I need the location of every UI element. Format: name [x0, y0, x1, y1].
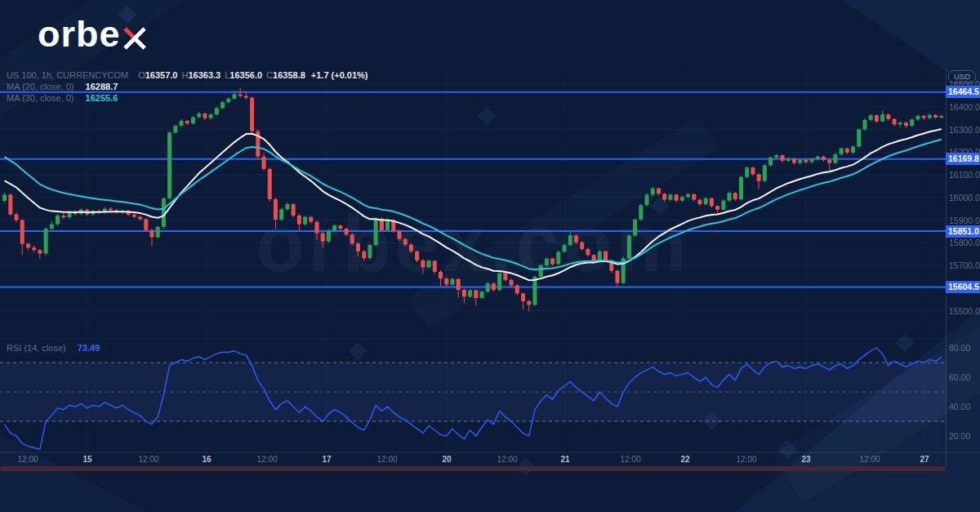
time-tick: 12:00 — [10, 455, 46, 464]
time-tick: 12:00 — [131, 455, 167, 464]
ma30-legend[interactable]: MA (30, close, 0)16255.6 — [7, 93, 118, 103]
time-tick: 17 — [309, 455, 345, 464]
price-tick: 16100.0 — [949, 170, 980, 180]
time-tick: 12:00 — [728, 455, 764, 464]
change-value: +1.7 (+0.01%) — [311, 70, 368, 80]
time-tick: 20 — [429, 455, 465, 464]
time-tick: 16 — [189, 455, 225, 464]
open-key: O — [138, 70, 145, 80]
level-price-label: 15604.5 — [946, 281, 980, 293]
time-tick: 22 — [667, 455, 703, 464]
ma20-legend[interactable]: MA (20, close, 0)16288.7 — [7, 82, 118, 91]
time-tick: 12:00 — [852, 455, 888, 464]
price-tick: 15900.0 — [949, 216, 980, 225]
time-tick: 12:00 — [489, 455, 525, 464]
logo-x-icon — [122, 22, 148, 51]
level-price-label: 16169.8 — [946, 153, 980, 165]
rsi-value: 73.49 — [78, 343, 100, 353]
rsi-tick: 40.00 — [949, 402, 970, 412]
low-value: 16356.0 — [229, 70, 262, 80]
ma30-label: MA (30, close, 0) — [7, 93, 74, 103]
rsi-tick: 20.00 — [949, 431, 970, 441]
symbol-legend[interactable]: US 100, 1h, CURRENCYCOMO16357.0H16363.3L… — [7, 70, 368, 80]
level-price-label: 16464.5 — [946, 86, 980, 98]
time-tick: 27 — [906, 455, 942, 464]
rsi-tick: 80.00 — [949, 343, 970, 353]
open-value: 16357.0 — [145, 70, 178, 80]
rsi-legend[interactable]: RSI (14, close)73.49 — [7, 343, 100, 353]
rsi-label: RSI (14, close) — [7, 343, 66, 353]
trading-chart-screen: orbe orbex.com US 100, 1h, CURRENCYCOMO1… — [0, 0, 980, 512]
ma20-label: MA (20, close, 0) — [7, 82, 74, 91]
rsi-tick: 60.00 — [949, 372, 970, 382]
ma30-value: 16255.6 — [86, 93, 118, 103]
time-tick: 15 — [69, 455, 105, 464]
close-key: C — [266, 70, 273, 80]
level-price-label: 15851.0 — [946, 225, 980, 238]
symbol-title: US 100, 1h, CURRENCYCOM — [7, 70, 128, 80]
price-tick: 15800.0 — [949, 238, 980, 247]
price-tick: 15500.0 — [949, 306, 980, 316]
time-tick: 23 — [788, 455, 824, 464]
time-tick: 21 — [547, 455, 583, 464]
price-tick: 16000.0 — [949, 193, 980, 203]
ma20-value: 16288.7 — [86, 82, 118, 91]
high-value: 16363.3 — [188, 70, 220, 80]
time-axis[interactable]: 12:001512:001612:001712:002012:002112:00… — [0, 452, 946, 472]
price-axis[interactable]: USD 16500.016400.016300.016200.016100.01… — [946, 69, 980, 467]
close-value: 16358.8 — [273, 70, 305, 80]
price-tick: 16300.0 — [949, 125, 980, 135]
time-tick: 12:00 — [612, 455, 648, 464]
price-tick: 16400.0 — [949, 102, 980, 112]
time-tick: 12:00 — [249, 455, 285, 464]
orbex-logo: orbe — [38, 13, 148, 56]
price-tick: 15700.0 — [949, 260, 980, 270]
logo-text: orbe — [38, 13, 121, 56]
time-tick: 12:00 — [369, 455, 405, 464]
